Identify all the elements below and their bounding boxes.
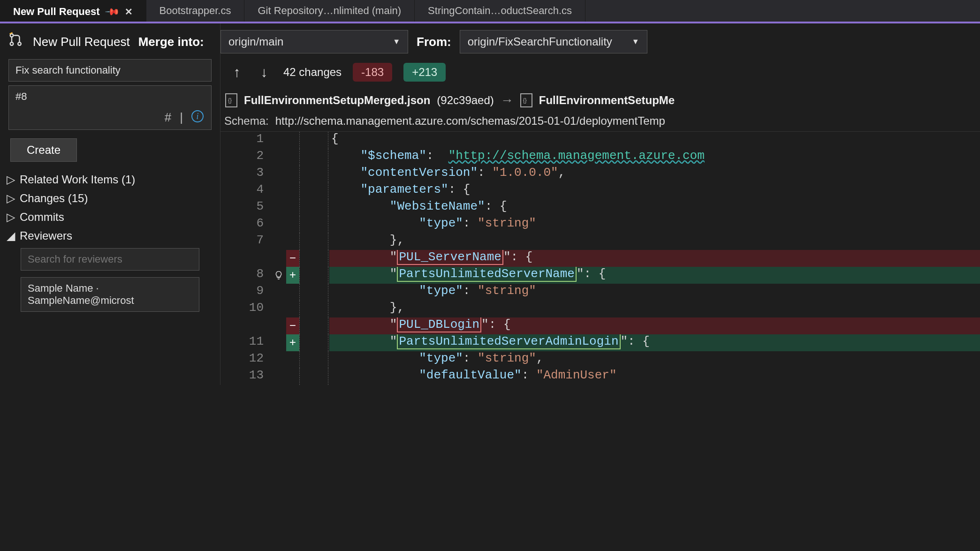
- line-number: 9: [220, 284, 271, 301]
- changes-count: 42 changes: [283, 66, 342, 79]
- tab-label: StringContain…oductSearch.cs: [428, 5, 572, 17]
- tab-stringcontain[interactable]: StringContain…oductSearch.cs: [415, 0, 585, 22]
- pr-description-box: # | i: [8, 85, 212, 130]
- tree-label: Changes (15): [20, 192, 88, 205]
- line-number: 8: [220, 267, 271, 284]
- select-value: origin/FixSearchFunctionality: [468, 35, 612, 48]
- line-number: 11: [220, 334, 271, 351]
- chevron-down-icon: ▼: [632, 38, 639, 46]
- json-file-icon: [520, 93, 532, 107]
- tab-label: Git Repository…nlimited (main): [258, 5, 401, 17]
- tab-new-pull-request[interactable]: New Pull Request 📌 ✕: [0, 0, 146, 22]
- pull-request-icon: [8, 32, 24, 52]
- caret-right-icon: ▷: [7, 173, 15, 186]
- right-panel: origin/main ▼ From: origin/FixSearchFunc…: [220, 23, 980, 385]
- tree-label: Reviewers: [20, 229, 72, 242]
- tree-reviewers[interactable]: ◢ Reviewers: [5, 226, 215, 245]
- tree-related-work-items[interactable]: ▷ Related Work Items (1): [5, 170, 215, 189]
- deletions-badge: -183: [353, 63, 392, 82]
- tab-bootstrapper[interactable]: Bootstrapper.cs: [146, 0, 245, 22]
- tree-commits[interactable]: ▷ Commits: [5, 208, 215, 226]
- arrow-right-icon: →: [501, 93, 514, 108]
- select-value: origin/main: [228, 35, 283, 48]
- pipe-divider: |: [180, 110, 183, 125]
- additions-badge: +213: [403, 63, 446, 82]
- diff-removed-icon: −: [286, 317, 299, 334]
- file-right-name: FullEnvironmentSetupMe: [539, 94, 675, 107]
- left-panel: New Pull Request Merge into: # | i Creat…: [0, 23, 220, 385]
- svg-point-2: [18, 42, 21, 45]
- diff-added-icon: +: [286, 334, 299, 351]
- line-number: 6: [220, 216, 271, 233]
- json-file-icon: [225, 93, 237, 107]
- merge-into-select[interactable]: origin/main ▼: [220, 30, 408, 53]
- arrow-up-icon[interactable]: ↑: [229, 64, 245, 80]
- line-number: 7: [220, 233, 271, 250]
- line-number: 4: [220, 182, 271, 199]
- tab-git-repository[interactable]: Git Repository…nlimited (main): [244, 0, 415, 22]
- tab-label: Bootstrapper.cs: [160, 5, 231, 17]
- line-number: 1: [220, 132, 271, 149]
- schema-label: Schema:: [223, 114, 269, 128]
- pin-icon[interactable]: 📌: [104, 4, 121, 20]
- tab-label: New Pull Request: [13, 6, 100, 18]
- svg-point-1: [10, 42, 14, 45]
- caret-right-icon: ▷: [7, 211, 15, 224]
- caret-down-icon: ◢: [7, 229, 15, 242]
- tab-bar: New Pull Request 📌 ✕ Bootstrapper.cs Git…: [0, 0, 980, 23]
- code-diff[interactable]: 1{ 2 "$schema": "http://schema.managemen…: [220, 132, 980, 385]
- chevron-down-icon: ▼: [393, 38, 400, 46]
- tree-label: Commits: [20, 211, 64, 224]
- file-left-rev: (92c39aed): [437, 94, 494, 107]
- line-number: 3: [220, 166, 271, 182]
- line-number: 5: [220, 199, 271, 216]
- info-icon[interactable]: i: [191, 110, 204, 122]
- pr-title-input[interactable]: [8, 59, 212, 82]
- reviewer-search-input[interactable]: [21, 248, 199, 271]
- diff-removed-icon: −: [286, 250, 299, 267]
- line-number: 2: [220, 149, 271, 166]
- lightbulb-icon[interactable]: [271, 267, 286, 284]
- merge-into-label: Merge into:: [138, 35, 204, 49]
- pr-description-input[interactable]: [9, 86, 211, 107]
- arrow-down-icon[interactable]: ↓: [256, 64, 272, 80]
- hash-icon[interactable]: #: [165, 110, 171, 125]
- line-number: 12: [220, 351, 271, 368]
- file-compare-bar: FullEnvironmentSetupMerged.json (92c39ae…: [220, 90, 980, 113]
- from-label: From:: [417, 35, 451, 49]
- line-number: 13: [220, 368, 271, 385]
- tree-label: Related Work Items (1): [20, 173, 135, 186]
- svg-point-0: [10, 34, 14, 37]
- line-number: 10: [220, 301, 271, 317]
- create-button[interactable]: Create: [10, 138, 77, 162]
- caret-right-icon: ▷: [7, 192, 15, 205]
- file-left-name: FullEnvironmentSetupMerged.json: [244, 94, 430, 107]
- diff-added-icon: +: [286, 267, 299, 284]
- schema-value: http://schema.management.azure.com/schem…: [275, 114, 665, 128]
- panel-title: New Pull Request: [33, 35, 130, 49]
- tree-changes[interactable]: ▷ Changes (15): [5, 189, 215, 208]
- close-icon[interactable]: ✕: [125, 6, 133, 17]
- from-select[interactable]: origin/FixSearchFunctionality ▼: [460, 30, 647, 53]
- reviewer-entry[interactable]: Sample Name · SampleName@microst: [21, 277, 199, 312]
